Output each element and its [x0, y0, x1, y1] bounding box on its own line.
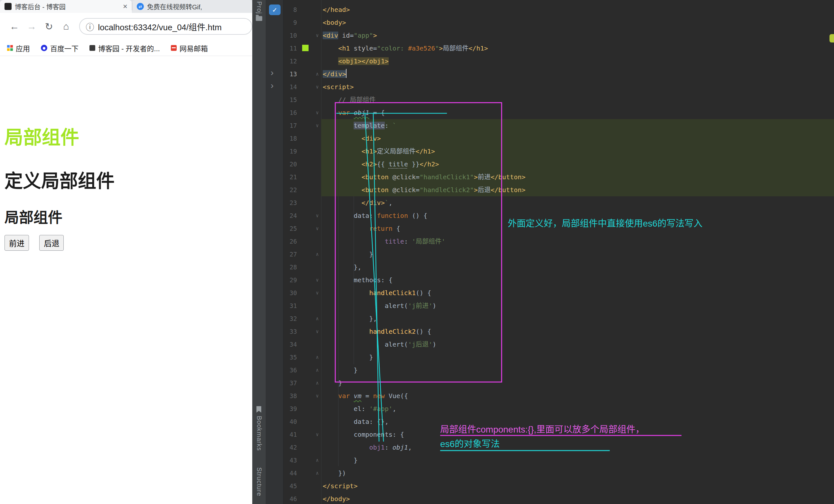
code-line-30[interactable]: 30∨ handleClick1() { — [283, 286, 834, 299]
tab-close-icon[interactable]: × — [123, 3, 127, 10]
fold-marker-icon[interactable]: ∨ — [314, 428, 321, 441]
code-line-18[interactable]: 18 <div> — [283, 132, 834, 145]
home-button[interactable]: ⌂ — [58, 21, 75, 32]
color-preview-swatch[interactable] — [302, 45, 309, 51]
line-number: 36 — [283, 364, 297, 376]
fold-marker-icon[interactable]: ∨ — [314, 106, 321, 119]
bookmark-mail[interactable]: 网易邮箱 — [171, 43, 208, 53]
code-line-17[interactable]: 17∨ template: ` — [283, 119, 834, 132]
line-number: 29 — [283, 273, 297, 286]
fold-marker-icon[interactable]: ∧ — [314, 68, 321, 81]
code-text: </div> — [323, 68, 347, 81]
code-line-46[interactable]: 46</body> — [283, 492, 834, 504]
code-line-10[interactable]: 10∨<div id="app"> — [283, 29, 834, 42]
fold-marker-icon[interactable]: ∨ — [314, 286, 321, 299]
code-line-43[interactable]: 43∧ } — [283, 454, 834, 467]
page-heading-component: 局部组件 — [4, 122, 79, 149]
project-panel: ✓ › › — [266, 0, 283, 504]
code-text: data: function () { — [323, 209, 427, 222]
site-info-icon[interactable]: ⓘ — [86, 21, 94, 32]
code-line-34[interactable]: 34 alert('j后退') — [283, 338, 834, 351]
address-bar[interactable]: ⓘ localhost:63342/vue_04/组件.htm — [79, 18, 252, 35]
line-number: 9 — [283, 16, 297, 29]
code-text: }, — [323, 312, 377, 325]
line-number: 12 — [283, 55, 297, 68]
code-line-28[interactable]: 28 }, — [283, 261, 834, 273]
tree-expand-icon[interactable]: › — [270, 68, 273, 77]
code-line-21[interactable]: 21 <button @click="handleClick1">前进</but… — [283, 171, 834, 183]
code-line-38[interactable]: 38∨ var vm = new Vue({ — [283, 390, 834, 402]
code-line-44[interactable]: 44∧ }) — [283, 467, 834, 480]
forward-page-button[interactable]: 前进 — [4, 235, 29, 251]
reload-button[interactable]: ↻ — [40, 21, 58, 32]
code-line-8[interactable]: 8</head> — [283, 3, 834, 16]
bookmark-baidu[interactable]: 百度一下 — [41, 43, 79, 53]
browser-tab-cnblogs[interactable]: 博客后台 - 博客园 × — [0, 0, 132, 13]
browser-tab-gif[interactable]: ⇄ 免费在线视频转Gif, — [132, 0, 252, 13]
stripe-structure-label[interactable]: Structure — [256, 467, 263, 496]
stripe-bookmarks-label[interactable]: Bookmarks — [256, 416, 263, 451]
tree-expand-icon[interactable]: › — [270, 81, 273, 90]
code-line-41[interactable]: 41∨ components: { — [283, 428, 834, 441]
fold-marker-icon[interactable]: ∧ — [314, 312, 321, 325]
code-editor[interactable]: 8</head>9<body>10∨<div id="app">11 <h1 s… — [283, 0, 834, 504]
fold-marker-icon[interactable]: ∨ — [314, 209, 321, 222]
code-line-42[interactable]: 42 obj1: obj1, — [283, 441, 834, 454]
code-line-32[interactable]: 32∧ }, — [283, 312, 834, 325]
code-line-33[interactable]: 33∨ handleClick2() { — [283, 325, 834, 338]
code-line-25[interactable]: 25∨ return { — [283, 222, 834, 235]
code-line-19[interactable]: 19 <h1>定义局部组件</h1> — [283, 145, 834, 158]
code-line-29[interactable]: 29∨ methods: { — [283, 273, 834, 286]
code-line-45[interactable]: 45</script> — [283, 480, 834, 492]
code-text: }, — [323, 261, 361, 273]
code-line-40[interactable]: 40 data: {}, — [283, 415, 834, 428]
code-line-13[interactable]: 13∧</div> — [283, 68, 834, 81]
project-tool-icon[interactable]: ✓ — [269, 4, 281, 15]
code-line-12[interactable]: 12 <obj1></obj1> — [283, 55, 834, 68]
fold-marker-icon[interactable]: ∨ — [314, 81, 321, 93]
fold-marker-icon[interactable]: ∨ — [314, 273, 321, 286]
code-line-22[interactable]: 22 <button @click="handleClick2">后退</but… — [283, 183, 834, 196]
back-button[interactable]: ← — [6, 21, 23, 32]
notification-icon-partial[interactable] — [830, 34, 834, 43]
code-line-11[interactable]: 11 <h1 style="color: #a3e526">局部组件</h1> — [283, 42, 834, 55]
stripe-project-label[interactable]: Proj — [256, 1, 263, 14]
forward-button[interactable]: → — [23, 21, 41, 32]
fold-marker-icon[interactable]: ∨ — [314, 29, 321, 42]
fold-marker-icon[interactable]: ∧ — [314, 248, 321, 261]
bookmark-cnblogs[interactable]: 博客园 - 开发者的... — [89, 43, 160, 53]
fold-marker-icon[interactable]: ∧ — [314, 351, 321, 364]
bookmark-apps[interactable]: 应用 — [7, 43, 30, 53]
code-line-23[interactable]: 23 </div>`, — [283, 196, 834, 209]
project-folder-icon[interactable] — [256, 16, 262, 21]
code-line-24[interactable]: 24∨ data: function () { — [283, 209, 834, 222]
code-line-37[interactable]: 37∧ } — [283, 376, 834, 390]
code-line-16[interactable]: 16∨ var obj1 = { — [283, 106, 834, 119]
line-number: 45 — [283, 480, 297, 492]
code-line-20[interactable]: 20 <h2>{{ title }}</h2> — [283, 158, 834, 171]
fold-marker-icon[interactable]: ∧ — [314, 454, 321, 467]
code-line-9[interactable]: 9<body> — [283, 16, 834, 29]
fold-marker-icon[interactable]: ∧ — [314, 376, 321, 390]
fold-marker-icon[interactable]: ∨ — [314, 222, 321, 235]
code-line-26[interactable]: 26 title: '局部组件' — [283, 235, 834, 248]
code-line-39[interactable]: 39 el: '#app', — [283, 402, 834, 415]
code-line-31[interactable]: 31 alert('j前进') — [283, 299, 834, 312]
back-page-button[interactable]: 后退 — [39, 235, 64, 251]
code-line-36[interactable]: 36∧ } — [283, 364, 834, 376]
fold-marker-icon[interactable]: ∧ — [314, 467, 321, 480]
code-lines[interactable]: 8</head>9<body>10∨<div id="app">11 <h1 s… — [283, 3, 834, 504]
fold-marker-icon[interactable]: ∨ — [314, 390, 321, 402]
code-line-15[interactable]: 15 // 局部组件 — [283, 93, 834, 106]
netease-mail-icon — [171, 45, 177, 51]
fold-marker-icon[interactable]: ∨ — [314, 325, 321, 338]
code-text: </body> — [323, 492, 350, 504]
code-line-35[interactable]: 35∧ } — [283, 351, 834, 364]
fold-marker-icon[interactable]: ∨ — [314, 119, 321, 132]
code-text: </head> — [323, 3, 350, 16]
fold-marker-icon[interactable]: ∧ — [314, 364, 321, 376]
code-line-27[interactable]: 27∧ } — [283, 248, 834, 261]
line-number: 20 — [283, 158, 297, 171]
line-number: 44 — [283, 467, 297, 480]
code-line-14[interactable]: 14∨<script> — [283, 81, 834, 93]
